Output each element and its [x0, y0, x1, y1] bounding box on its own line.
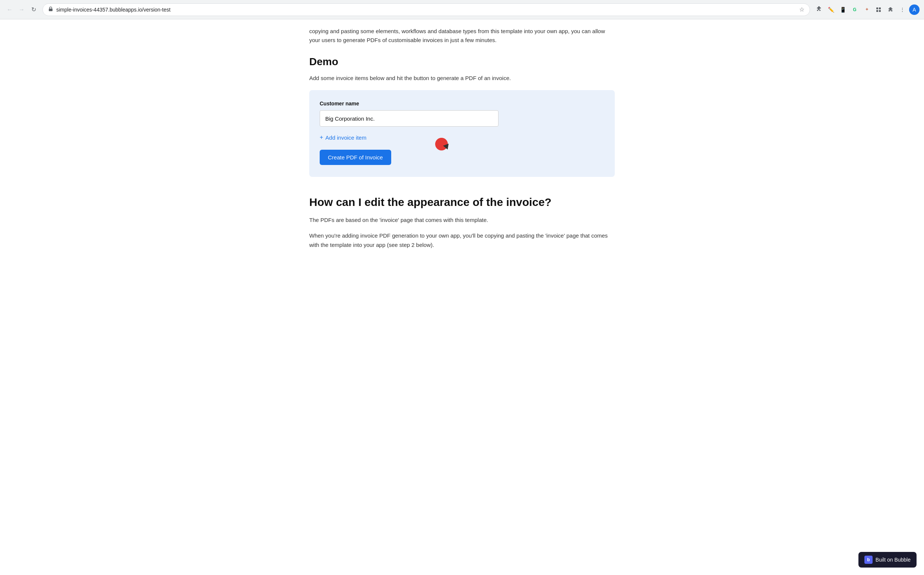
svg-rect-4 — [879, 10, 881, 12]
plus-icon: + — [320, 134, 323, 141]
edit-section-text1: The PDFs are based on the 'invoice' page… — [309, 215, 615, 225]
ext-puzzle-btn[interactable] — [885, 5, 896, 15]
edit-section-text2: When you're adding invoice PDF generatio… — [309, 231, 615, 250]
forward-button[interactable]: → — [16, 5, 27, 15]
cursor-arrow — [443, 144, 450, 151]
grammarly-btn[interactable]: G — [849, 5, 860, 15]
page-content: copying and pasting some elements, workf… — [294, 19, 630, 278]
customer-name-input[interactable] — [320, 110, 498, 127]
edit-section-title: How can I edit the appearance of the inv… — [309, 195, 615, 209]
lock-icon — [48, 6, 53, 13]
back-button[interactable]: ← — [5, 5, 15, 15]
mobile-icon-btn[interactable]: 📱 — [838, 5, 848, 15]
bookmark-icon[interactable]: ☆ — [799, 6, 805, 13]
pen-icon-btn[interactable]: ✏️ — [825, 5, 836, 15]
svg-rect-2 — [879, 8, 881, 9]
create-pdf-button[interactable]: Create PDF of Invoice — [320, 150, 391, 165]
svg-rect-3 — [876, 10, 878, 12]
demo-box: Customer name + Add invoice item Create … — [309, 90, 615, 177]
demo-title: Demo — [309, 56, 615, 68]
browser-chrome: ← → ↻ simple-invoices-44357.bubbleapps.i… — [0, 0, 924, 19]
svg-rect-0 — [49, 9, 52, 11]
url-text: simple-invoices-44357.bubbleapps.io/vers… — [56, 7, 796, 13]
claude-btn[interactable]: ✦ — [861, 5, 872, 15]
add-invoice-item-button[interactable]: + Add invoice item — [320, 134, 366, 141]
demo-description: Add some invoice items below and hit the… — [309, 74, 615, 83]
customer-name-label: Customer name — [320, 100, 604, 106]
reload-button[interactable]: ↻ — [28, 5, 39, 15]
extensions-button[interactable] — [814, 5, 824, 15]
svg-rect-1 — [876, 8, 878, 9]
ext-btn-1[interactable] — [873, 5, 884, 15]
browser-actions: ✏️ 📱 G ✦ ⋮ A — [814, 5, 919, 15]
intro-text: copying and pasting some elements, workf… — [309, 27, 615, 45]
cursor-dot — [435, 138, 448, 151]
profile-button[interactable]: A — [909, 5, 919, 15]
address-bar[interactable]: simple-invoices-44357.bubbleapps.io/vers… — [43, 3, 810, 16]
menu-button[interactable]: ⋮ — [897, 5, 908, 15]
nav-buttons: ← → ↻ — [5, 5, 39, 15]
add-invoice-label: Add invoice item — [325, 135, 366, 141]
